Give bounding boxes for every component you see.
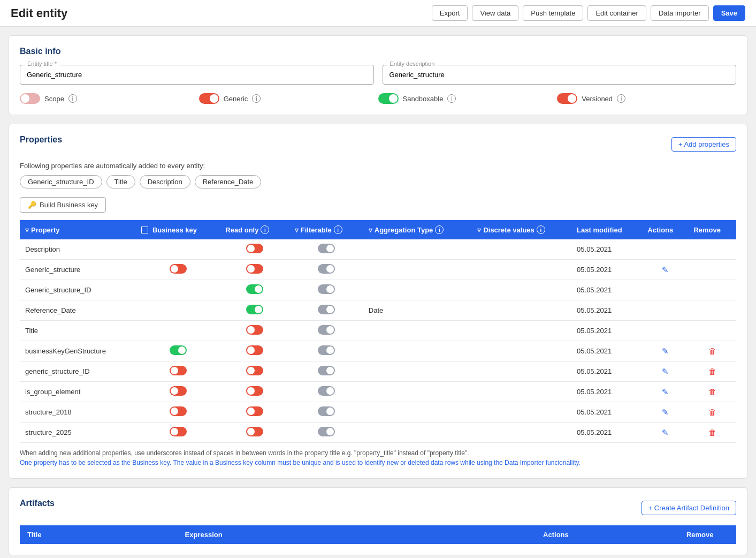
filterable-toggle[interactable]	[318, 264, 335, 274]
generic-toggle[interactable]	[199, 93, 219, 104]
properties-card: Properties + Add properties Following pr…	[9, 124, 747, 479]
cell-filterable	[289, 321, 363, 341]
generic-info-icon[interactable]: i	[252, 94, 261, 103]
data-importer-button[interactable]: Data importer	[651, 5, 709, 21]
cell-actions	[643, 239, 689, 260]
build-business-key-button[interactable]: 🔑 Build Business key	[20, 197, 106, 213]
col-filterable: ▿ Filterable i	[289, 220, 363, 239]
sandboxable-toggle[interactable]	[378, 93, 399, 104]
edit-action-icon[interactable]: ✎	[662, 346, 669, 356]
cell-aggregation-type	[363, 239, 472, 260]
cell-last-modified: 05.05.2021	[571, 260, 643, 280]
filterable-toggle[interactable]	[318, 427, 335, 436]
versioned-info-icon[interactable]: i	[617, 94, 625, 103]
delete-remove-icon[interactable]: 🗑	[708, 387, 716, 396]
add-properties-button[interactable]: + Add properties	[671, 137, 736, 152]
basic-info-card: Basic info Entity title * Entity descrip…	[9, 35, 747, 115]
cell-discrete-values	[472, 423, 571, 443]
cell-remove	[688, 280, 736, 300]
read-only-toggle[interactable]	[246, 244, 263, 253]
generic-label: Generic	[224, 95, 248, 103]
auto-props-label: Following properties are automatically a…	[20, 162, 736, 170]
filterable-toggle[interactable]	[318, 366, 335, 375]
artifacts-col-actions: Actions	[536, 525, 679, 544]
business-key-toggle[interactable]	[170, 345, 187, 355]
discrete-info-icon[interactable]: i	[537, 225, 545, 234]
cell-remove: 🗑	[688, 402, 736, 423]
sandboxable-info-icon[interactable]: i	[447, 94, 456, 103]
read-only-toggle[interactable]	[246, 386, 263, 396]
entity-title-input[interactable]	[20, 65, 374, 85]
cell-read-only	[220, 260, 289, 280]
edit-action-icon[interactable]: ✎	[662, 387, 669, 396]
cell-filterable	[289, 300, 363, 321]
delete-remove-icon[interactable]: 🗑	[708, 428, 716, 437]
cell-actions: ✎	[643, 361, 689, 382]
aggregation-info-icon[interactable]: i	[435, 225, 444, 234]
filterable-toggle[interactable]	[318, 325, 335, 335]
edit-action-icon[interactable]: ✎	[662, 408, 669, 417]
read-only-toggle[interactable]	[246, 406, 263, 416]
cell-filterable	[289, 239, 363, 260]
business-key-toggle[interactable]	[170, 366, 187, 375]
filterable-info-icon[interactable]: i	[334, 225, 342, 234]
scope-toggle-item: Scope i	[20, 93, 199, 104]
view-data-button[interactable]: View data	[472, 5, 518, 21]
read-only-toggle[interactable]	[246, 305, 263, 314]
scope-info-icon[interactable]: i	[68, 94, 77, 103]
table-row: Reference_DateDate05.05.2021	[20, 300, 736, 321]
versioned-toggle[interactable]	[557, 93, 577, 104]
sandboxable-toggle-item: Sandboxable i	[378, 93, 558, 104]
read-only-info-icon[interactable]: i	[261, 225, 269, 234]
delete-remove-icon[interactable]: 🗑	[708, 367, 716, 376]
read-only-toggle[interactable]	[246, 264, 263, 274]
filterable-toggle[interactable]	[318, 345, 335, 355]
top-bar-actions: Export View data Push template Edit cont…	[432, 5, 745, 21]
cell-filterable	[289, 361, 363, 382]
cell-aggregation-type	[363, 423, 472, 443]
cell-filterable	[289, 423, 363, 443]
hint-text: When adding new additional properties, u…	[20, 448, 736, 467]
read-only-toggle[interactable]	[246, 345, 263, 355]
delete-remove-icon[interactable]: 🗑	[708, 408, 716, 417]
save-button[interactable]: Save	[713, 5, 745, 21]
business-key-toggle[interactable]	[170, 386, 187, 396]
entity-fields-row: Entity title * Entity description	[20, 65, 736, 85]
cell-remove	[688, 260, 736, 280]
cell-business-key	[136, 361, 220, 382]
filterable-toggle[interactable]	[318, 284, 335, 294]
push-template-button[interactable]: Push template	[523, 5, 583, 21]
cell-last-modified: 05.05.2021	[571, 321, 643, 341]
entity-description-input[interactable]	[383, 65, 737, 85]
filterable-toggle[interactable]	[318, 406, 335, 416]
entity-description-label: Entity description	[388, 61, 437, 67]
cell-last-modified: 05.05.2021	[571, 280, 643, 300]
business-key-toggle[interactable]	[170, 406, 187, 416]
edit-container-button[interactable]: Edit container	[587, 5, 646, 21]
edit-action-icon[interactable]: ✎	[662, 265, 669, 274]
cell-remove	[688, 239, 736, 260]
read-only-toggle[interactable]	[246, 427, 263, 436]
delete-remove-icon[interactable]: 🗑	[708, 346, 716, 356]
cell-read-only	[220, 361, 289, 382]
read-only-toggle[interactable]	[246, 325, 263, 335]
filterable-toggle[interactable]	[318, 244, 335, 253]
create-artifact-button[interactable]: + Create Artifact Definition	[642, 501, 736, 515]
page-title: Edit entity	[11, 6, 67, 20]
export-button[interactable]: Export	[432, 5, 468, 21]
cell-last-modified: 05.05.2021	[571, 423, 643, 443]
business-key-toggle[interactable]	[170, 427, 187, 436]
cell-actions	[643, 300, 689, 321]
cell-discrete-values	[472, 280, 571, 300]
read-only-toggle[interactable]	[246, 366, 263, 375]
props-tags: Generic_structure_ID Title Description R…	[20, 175, 736, 188]
edit-action-icon[interactable]: ✎	[662, 428, 669, 437]
read-only-toggle[interactable]	[246, 284, 263, 294]
col-property: ▿ Property	[20, 220, 136, 239]
filterable-toggle[interactable]	[318, 386, 335, 396]
filterable-toggle[interactable]	[318, 305, 335, 314]
business-key-toggle[interactable]	[170, 264, 187, 274]
cell-business-key	[136, 382, 220, 402]
edit-action-icon[interactable]: ✎	[662, 367, 669, 376]
scope-toggle[interactable]	[20, 93, 40, 104]
